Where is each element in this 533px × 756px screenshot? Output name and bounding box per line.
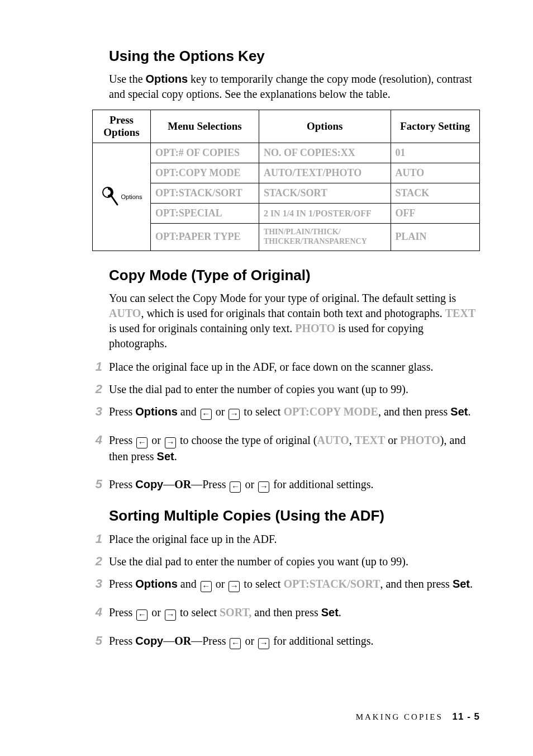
text-label: TEXT bbox=[355, 434, 385, 446]
table-header-options: Options bbox=[259, 110, 391, 143]
footer-section-label: MAKING COPIES bbox=[356, 712, 443, 721]
sort-label: SORT, bbox=[220, 606, 251, 618]
text-fragment: Press bbox=[109, 434, 135, 446]
option-cell: AUTO/TEXT/PHOTO bbox=[259, 163, 391, 183]
factory-cell: 01 bbox=[391, 143, 479, 163]
text-fragment: . bbox=[468, 405, 470, 418]
text-fragment: Press bbox=[109, 478, 135, 490]
factory-cell: OFF bbox=[391, 204, 479, 224]
options-icon-label: Options bbox=[121, 193, 142, 200]
text-fragment: , and then press bbox=[380, 578, 452, 590]
header-line1: Press bbox=[110, 114, 134, 126]
heading-copy-mode: Copy Mode (Type of Original) bbox=[109, 267, 480, 284]
photo-label: PHOTO bbox=[295, 322, 335, 334]
text-fragment: and then press bbox=[251, 606, 321, 618]
photo-label: PHOTO bbox=[400, 434, 440, 446]
options-key-label: Options bbox=[146, 73, 188, 85]
table-row: OPT:PAPER TYPE THIN/PLAIN/THICK/ THICKER… bbox=[93, 224, 480, 251]
text-label: TEXT bbox=[445, 307, 475, 319]
copy-key-label: Copy bbox=[135, 478, 163, 490]
left-arrow-icon: ← bbox=[230, 481, 241, 493]
opt-stack-sort-label: OPT:STACK/SORT bbox=[283, 578, 380, 590]
text-fragment: to select bbox=[241, 578, 283, 590]
option-cell: NO. OF COPIES:XX bbox=[259, 143, 391, 163]
text-fragment: Press bbox=[109, 606, 135, 618]
text-fragment: or bbox=[385, 434, 400, 446]
list-item: Press Copy—OR—Press ← or → for additiona… bbox=[92, 476, 480, 493]
text-fragment: You can select the Copy Mode for your ty… bbox=[109, 292, 456, 304]
menu-cell: OPT:COPY MODE bbox=[151, 163, 259, 183]
or-label: OR bbox=[174, 478, 191, 490]
options-key-label: Options bbox=[135, 405, 178, 418]
list-item: Press ← or → to choose the type of origi… bbox=[92, 432, 480, 464]
option-cell: 2 IN 1/4 IN 1/POSTER/OFF bbox=[259, 204, 391, 224]
text-fragment: or bbox=[149, 606, 164, 618]
text-fragment: to select bbox=[177, 606, 220, 618]
text-fragment: —Press bbox=[191, 635, 229, 647]
text-fragment: Press bbox=[109, 578, 135, 590]
right-arrow-icon: → bbox=[229, 581, 240, 592]
table-row: Options OPT:# OF COPIES NO. OF COPIES:XX… bbox=[93, 143, 480, 163]
list-item: Place the original face up in the ADF, o… bbox=[92, 359, 480, 375]
list-item: Press Copy—OR—Press ← or → for additiona… bbox=[92, 633, 480, 649]
list-item: Press Options and ← or → to select OPT:C… bbox=[92, 404, 480, 420]
table-header-press-options: Press Options bbox=[93, 110, 151, 143]
set-key-label: Set bbox=[450, 405, 468, 418]
text-fragment: or bbox=[149, 434, 164, 446]
left-arrow-icon: ← bbox=[230, 638, 241, 649]
footer-page-number: 11 - 5 bbox=[453, 711, 480, 722]
menu-cell: OPT:# OF COPIES bbox=[151, 143, 259, 163]
right-arrow-icon: → bbox=[229, 409, 240, 420]
text-fragment: and bbox=[178, 578, 199, 590]
table-row: OPT:COPY MODE AUTO/TEXT/PHOTO AUTO bbox=[93, 163, 480, 183]
left-arrow-icon: ← bbox=[136, 437, 147, 448]
opt-copy-mode-label: OPT:COPY MODE bbox=[283, 405, 378, 418]
left-arrow-icon: ← bbox=[136, 609, 147, 621]
text-fragment: — bbox=[163, 635, 174, 647]
header-line2: Options bbox=[103, 126, 139, 138]
or-label: OR bbox=[174, 635, 191, 647]
text-fragment: is used for originals containing only te… bbox=[109, 322, 295, 334]
text-fragment: to select bbox=[241, 405, 283, 418]
table-header-menu-selections: Menu Selections bbox=[151, 110, 259, 143]
sorting-steps: Place the original face up in the ADF. U… bbox=[92, 531, 480, 649]
set-key-label: Set bbox=[453, 578, 470, 590]
list-item: Use the dial pad to enter the number of … bbox=[92, 381, 480, 397]
text-fragment: — bbox=[163, 478, 174, 490]
right-arrow-icon: → bbox=[165, 609, 176, 621]
menu-cell: OPT:PAPER TYPE bbox=[151, 224, 259, 251]
right-arrow-icon: → bbox=[258, 638, 269, 649]
auto-label: AUTO bbox=[317, 434, 349, 446]
heading-sorting: Sorting Multiple Copies (Using the ADF) bbox=[109, 507, 480, 525]
magnifier-icon bbox=[101, 186, 120, 208]
factory-cell: AUTO bbox=[391, 163, 479, 183]
list-item: Use the dial pad to enter the number of … bbox=[92, 554, 480, 569]
list-item: Press Options and ← or → to select OPT:S… bbox=[92, 576, 480, 592]
factory-cell: PLAIN bbox=[391, 224, 479, 251]
left-arrow-icon: ← bbox=[201, 581, 212, 592]
text-fragment: or bbox=[242, 635, 257, 647]
right-arrow-icon: → bbox=[165, 437, 176, 448]
text-fragment: and bbox=[178, 405, 199, 418]
list-item: Place the original face up in the ADF. bbox=[92, 531, 480, 547]
set-key-label: Set bbox=[157, 450, 174, 462]
options-table: Press Options Menu Selections Options Fa… bbox=[92, 110, 480, 251]
text-fragment: . bbox=[470, 578, 473, 590]
text-fragment: or bbox=[242, 478, 257, 490]
list-item: Press ← or → to select SORT, and then pr… bbox=[92, 604, 480, 621]
text-fragment: , which is used for originals that conta… bbox=[141, 307, 445, 319]
table-header-factory-setting: Factory Setting bbox=[391, 110, 479, 143]
factory-cell: STACK bbox=[391, 183, 479, 204]
text-fragment: Use the bbox=[109, 73, 146, 85]
table-row: OPT:STACK/SORT STACK/SORT STACK bbox=[93, 183, 480, 204]
text-fragment: , bbox=[349, 434, 355, 446]
text-fragment: , and then press bbox=[378, 405, 450, 418]
text-fragment: Press bbox=[109, 405, 135, 418]
right-arrow-icon: → bbox=[258, 481, 269, 493]
page-footer: MAKING COPIES 11 - 5 bbox=[356, 711, 480, 722]
option-cell: THIN/PLAIN/THICK/ THICKER/TRANSPARENCY bbox=[259, 224, 391, 251]
options-button-cell: Options bbox=[93, 143, 151, 251]
heading-using-options-key: Using the Options Key bbox=[109, 48, 480, 65]
text-fragment: . bbox=[339, 606, 341, 618]
menu-cell: OPT:STACK/SORT bbox=[151, 183, 259, 204]
